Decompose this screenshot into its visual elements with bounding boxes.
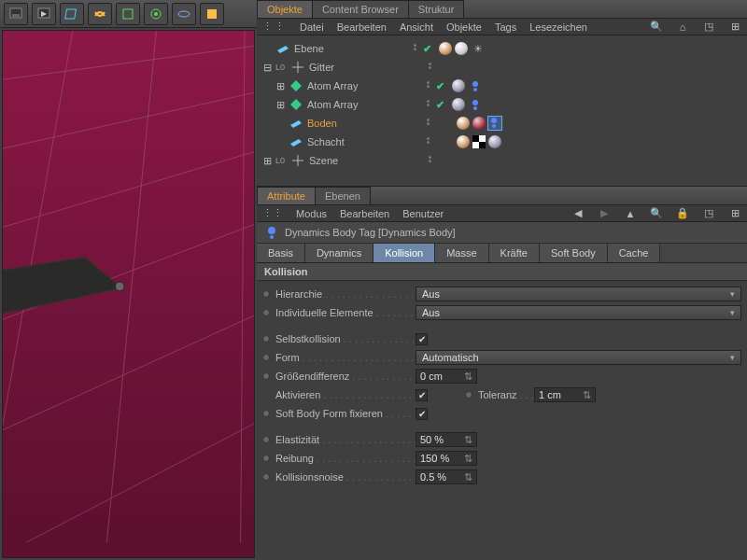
param-bullet-icon[interactable] (262, 410, 270, 417)
subtab-masse[interactable]: Masse (435, 244, 488, 262)
param-bullet-icon[interactable] (262, 455, 270, 462)
nav-fwd-icon[interactable]: ▶ (598, 207, 611, 220)
menu-file[interactable]: Datei (300, 21, 324, 33)
menu-objects[interactable]: Objekte (446, 21, 482, 33)
visibility-dots[interactable] (423, 81, 432, 91)
tree-row[interactable]: Ebene ✔ ☀ (257, 39, 747, 58)
menu-user[interactable]: Benutzer (402, 208, 444, 219)
toolbar-button[interactable] (4, 3, 28, 25)
material-tag-icon[interactable] (455, 42, 468, 55)
tree-row[interactable]: ⊞ L0 Szene (257, 151, 747, 170)
dropdown-individuelle[interactable]: Aus (416, 305, 741, 320)
material-tag-icon[interactable] (457, 135, 470, 148)
tree-row[interactable]: ⊞ Atom Array ✔ (257, 77, 747, 95)
window-icon[interactable]: ◳ (702, 207, 715, 220)
expand-icon[interactable]: ⊞ (728, 21, 741, 34)
sun-tag-icon[interactable]: ☀ (471, 42, 486, 55)
material-tag-icon[interactable] (472, 117, 486, 130)
menu-tags[interactable]: Tags (495, 21, 516, 33)
toolbar-button[interactable] (60, 3, 84, 25)
object-name[interactable]: Atom Array (307, 80, 419, 91)
tree-row[interactable]: ⊞ Atom Array ✔ (257, 95, 747, 114)
object-tree[interactable]: Ebene ✔ ☀ ⊟ L0 Gitter ⊞ Atom Array (257, 35, 747, 187)
input-kollisionsnoise[interactable]: 0.5 %⇅ (416, 469, 477, 484)
checkbox-selbstkollision[interactable]: ✔ (416, 333, 428, 345)
material-tag-icon[interactable] (439, 42, 452, 55)
toolbar-button[interactable] (144, 3, 168, 25)
panel-grip-icon[interactable]: ⋮⋮ (262, 207, 283, 219)
checkbox-aktivieren[interactable]: ✔ (416, 389, 428, 401)
compositing-tag-icon[interactable] (472, 135, 486, 148)
visibility-dots[interactable] (423, 137, 432, 147)
nav-back-icon[interactable]: ◀ (571, 207, 585, 220)
tree-row[interactable]: ⊟ L0 Gitter (257, 58, 747, 77)
tab-structure[interactable]: Struktur (408, 0, 465, 18)
toolbar-button[interactable] (200, 3, 224, 25)
menu-edit[interactable]: Bearbeiten (337, 21, 387, 33)
search-icon[interactable]: 🔍 (650, 207, 663, 220)
toolbar-button[interactable] (116, 3, 140, 25)
expander-icon[interactable]: ⊞ (262, 155, 272, 167)
material-tag-icon[interactable] (452, 79, 465, 92)
toolbar-button[interactable] (172, 3, 196, 25)
material-tag-icon[interactable] (452, 98, 465, 111)
param-bullet-icon[interactable] (262, 335, 270, 343)
dynamics-tag-icon[interactable] (488, 117, 501, 130)
visibility-dots[interactable] (410, 44, 419, 53)
checkbox-softbodyfix[interactable]: ✔ (416, 408, 428, 420)
menu-view[interactable]: Ansicht (400, 21, 433, 33)
input-toleranz[interactable]: 1 cm⇅ (534, 387, 596, 402)
search-icon[interactable]: 🔍 (650, 21, 663, 34)
visibility-dots[interactable] (423, 100, 432, 109)
tree-row[interactable]: Schacht (257, 133, 747, 151)
param-bullet-icon[interactable] (262, 290, 270, 298)
expander-icon[interactable]: ⊟ (262, 62, 272, 74)
visibility-dots[interactable] (423, 119, 432, 128)
dynamics-tag-icon[interactable] (468, 98, 483, 111)
up-icon[interactable]: ▲ (624, 207, 637, 220)
param-bullet-icon[interactable] (262, 473, 270, 481)
visibility-dots[interactable] (425, 156, 434, 165)
object-name[interactable]: Gitter (309, 62, 421, 73)
tab-objects[interactable]: Objekte (257, 0, 313, 18)
expander-icon[interactable]: ⊞ (275, 80, 285, 92)
subtab-kollision[interactable]: Kollision (374, 244, 435, 262)
visibility-dots[interactable] (425, 63, 434, 72)
expand-icon[interactable]: ⊞ (728, 207, 741, 220)
param-bullet-icon[interactable] (465, 391, 472, 399)
tab-attribute[interactable]: Attribute (257, 187, 316, 204)
viewport-3d[interactable] (2, 30, 255, 558)
subtab-softbody[interactable]: Soft Body (540, 244, 608, 262)
input-elastizitaet[interactable]: 50 %⇅ (416, 432, 477, 447)
lock-icon[interactable]: 🔒 (676, 207, 689, 220)
subtab-cache[interactable]: Cache (608, 244, 661, 262)
dropdown-hierarchie[interactable]: Aus (416, 287, 741, 301)
param-bullet-icon[interactable] (262, 372, 270, 380)
dropdown-form[interactable]: Automatisch (416, 350, 741, 365)
tree-row[interactable]: Boden (257, 114, 747, 133)
object-name[interactable]: Boden (307, 118, 419, 129)
param-bullet-icon[interactable] (262, 309, 270, 316)
expander-icon[interactable]: ⊞ (275, 99, 285, 111)
toolbar-button[interactable] (32, 3, 56, 25)
tab-content-browser[interactable]: Content Browser (312, 0, 409, 18)
input-groessendifferenz[interactable]: 0 cm⇅ (416, 369, 477, 384)
menu-bookmarks[interactable]: Lesezeichen (529, 21, 587, 33)
tab-layers[interactable]: Ebenen (315, 187, 371, 204)
object-name[interactable]: Ebene (294, 43, 406, 54)
dynamics-tag-icon[interactable] (468, 79, 483, 92)
material-tag-icon[interactable] (488, 135, 501, 148)
menu-mode[interactable]: Modus (296, 208, 327, 219)
menu-edit[interactable]: Bearbeiten (340, 208, 389, 219)
param-bullet-icon[interactable] (262, 354, 270, 361)
object-name[interactable]: Schacht (307, 136, 419, 147)
active-check-icon[interactable]: ✔ (423, 43, 431, 55)
material-tag-icon[interactable] (457, 117, 470, 130)
subtab-dynamics[interactable]: Dynamics (305, 244, 374, 262)
home-icon[interactable]: ⌂ (676, 21, 689, 34)
object-name[interactable]: Szene (309, 155, 421, 166)
input-reibung[interactable]: 150 %⇅ (416, 451, 477, 466)
subtab-kraefte[interactable]: Kräfte (489, 244, 540, 262)
subtab-basis[interactable]: Basis (257, 244, 305, 262)
param-bullet-icon[interactable] (262, 436, 270, 443)
